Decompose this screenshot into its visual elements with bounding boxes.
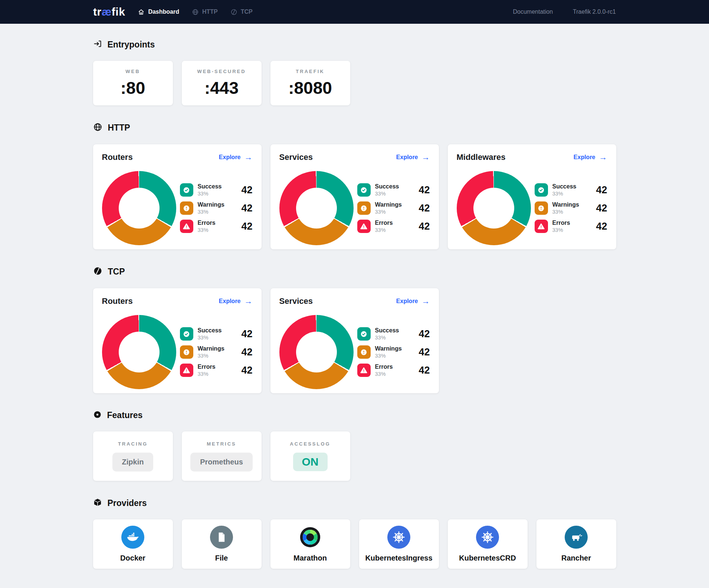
explore-link[interactable]: Explore→ — [574, 153, 607, 161]
donut-chart — [102, 171, 176, 245]
legend-count: 42 — [241, 184, 252, 196]
providers-section-header: Providers — [93, 498, 616, 508]
legend-count: 42 — [418, 184, 430, 196]
tcp-cards-row: Routers Explore→ Success33% 42 Warnings3… — [93, 288, 616, 393]
globe-icon — [192, 9, 199, 16]
legend-percent: 33% — [375, 335, 399, 341]
card-title: Routers — [102, 152, 133, 162]
tcp-icon — [93, 266, 102, 277]
card-title: Services — [279, 152, 313, 162]
legend-count: 42 — [418, 365, 430, 376]
explore-link[interactable]: Explore→ — [396, 297, 430, 305]
legend-name: Success — [198, 327, 222, 334]
legend-count: 42 — [596, 184, 607, 196]
feature-label: ACCESSLOG — [290, 441, 330, 447]
arrow-right-icon: → — [422, 153, 430, 161]
legend-row-warnings: Warnings33% 42 — [357, 201, 430, 215]
nav-item-http[interactable]: HTTP — [192, 9, 218, 16]
providers-row: Docker File Marathon KubernetesIngress K — [93, 519, 616, 569]
http-middlewares-card: Middlewares Explore→ Success33% 42 Warni… — [448, 144, 616, 249]
explore-label: Explore — [396, 154, 418, 161]
entrypoint-port: :80 — [121, 78, 145, 98]
logo-ae: æ — [102, 6, 112, 18]
error-icon — [357, 220, 371, 233]
legend-row-success: Success33% 42 — [357, 183, 430, 197]
entrypoints-section-header: Entrypoints — [93, 39, 616, 50]
warning-icon — [535, 201, 548, 215]
features-icon — [93, 410, 102, 420]
entrypoints-icon — [93, 39, 102, 50]
dashboard-content: Entrypoints WEB :80 WEB-SECURED :443 TRA… — [93, 39, 616, 587]
http-section-header: HTTP — [93, 122, 616, 133]
explore-label: Explore — [219, 298, 241, 305]
legend-percent: 33% — [198, 209, 224, 215]
section-title: TCP — [108, 267, 125, 277]
legend-row-success: Success33% 42 — [535, 183, 607, 197]
section-title: HTTP — [108, 123, 130, 133]
legend-row-warnings: Warnings33% 42 — [357, 345, 430, 359]
nav-item-label: Dashboard — [148, 9, 179, 15]
provider-label: Rancher — [561, 554, 591, 562]
legend-percent: 33% — [198, 353, 224, 359]
rancher-icon — [565, 526, 588, 549]
legend-percent: 33% — [375, 371, 393, 377]
legend-name: Warnings — [375, 201, 402, 208]
legend-row-warnings: Warnings33% 42 — [535, 201, 607, 215]
section-title: Entrypoints — [108, 40, 155, 50]
chart-legend: Success33% 42 Warnings33% 42 Errors33% 4… — [535, 183, 607, 233]
entrypoint-label: TRAEFIK — [296, 69, 324, 74]
arrow-right-icon: → — [244, 297, 253, 305]
entrypoint-card-web-secured: WEB-SECURED :443 — [182, 61, 262, 105]
chart-legend: Success33% 42 Warnings33% 42 Errors33% 4… — [357, 183, 430, 233]
nav-item-tcp[interactable]: TCP — [230, 9, 253, 16]
success-icon — [535, 183, 548, 197]
feature-value-badge: Zipkin — [112, 453, 154, 472]
legend-name: Errors — [198, 364, 216, 370]
legend-name: Errors — [375, 364, 393, 370]
legend-name: Errors — [198, 220, 216, 226]
legend-percent: 33% — [552, 227, 570, 233]
explore-label: Explore — [219, 154, 241, 161]
provider-label: KubernetesCRD — [459, 554, 516, 562]
legend-row-errors: Errors33% 42 — [180, 220, 253, 233]
nav-item-dashboard[interactable]: Dashboard — [138, 9, 179, 16]
nav-item-label: HTTP — [202, 9, 218, 15]
documentation-link[interactable]: Documentation — [513, 9, 553, 15]
warning-icon — [180, 345, 193, 359]
kubernetes-icon — [476, 526, 499, 549]
legend-count: 42 — [241, 328, 252, 340]
legend-name: Success — [552, 183, 577, 190]
donut-chart — [279, 315, 354, 389]
traefik-logo[interactable]: træfik — [93, 6, 125, 18]
explore-link[interactable]: Explore→ — [219, 153, 253, 161]
error-icon — [535, 220, 548, 233]
explore-link[interactable]: Explore→ — [396, 153, 430, 161]
legend-row-errors: Errors33% 42 — [180, 364, 253, 377]
card-title: Routers — [102, 296, 133, 306]
legend-percent: 33% — [198, 191, 222, 197]
feature-on-badge: ON — [293, 453, 328, 471]
section-title: Features — [107, 410, 143, 420]
chart-legend: Success33% 42 Warnings33% 42 Errors33% 4… — [357, 327, 430, 377]
globe-icon — [93, 122, 102, 133]
legend-percent: 33% — [375, 353, 402, 359]
provider-card-rancher: Rancher — [536, 519, 616, 569]
provider-card-file: File — [182, 519, 262, 569]
explore-label: Explore — [574, 154, 595, 161]
provider-card-docker: Docker — [93, 519, 173, 569]
legend-count: 42 — [241, 203, 252, 214]
legend-row-errors: Errors33% 42 — [357, 220, 430, 233]
legend-name: Success — [198, 183, 222, 190]
legend-name: Errors — [375, 220, 393, 226]
feature-value-badge: Prometheus — [190, 453, 253, 472]
http-services-card: Services Explore→ Success33% 42 Warnings… — [270, 144, 439, 249]
error-icon — [180, 364, 193, 377]
explore-link[interactable]: Explore→ — [219, 297, 253, 305]
success-icon — [357, 327, 371, 341]
tcp-services-card: Services Explore→ Success33% 42 Warnings… — [270, 288, 439, 393]
legend-count: 42 — [418, 221, 430, 232]
legend-row-warnings: Warnings33% 42 — [180, 201, 253, 215]
error-icon — [357, 364, 371, 377]
tcp-icon — [230, 9, 237, 16]
entrypoints-row: WEB :80 WEB-SECURED :443 TRAEFIK :8080 — [93, 61, 616, 105]
